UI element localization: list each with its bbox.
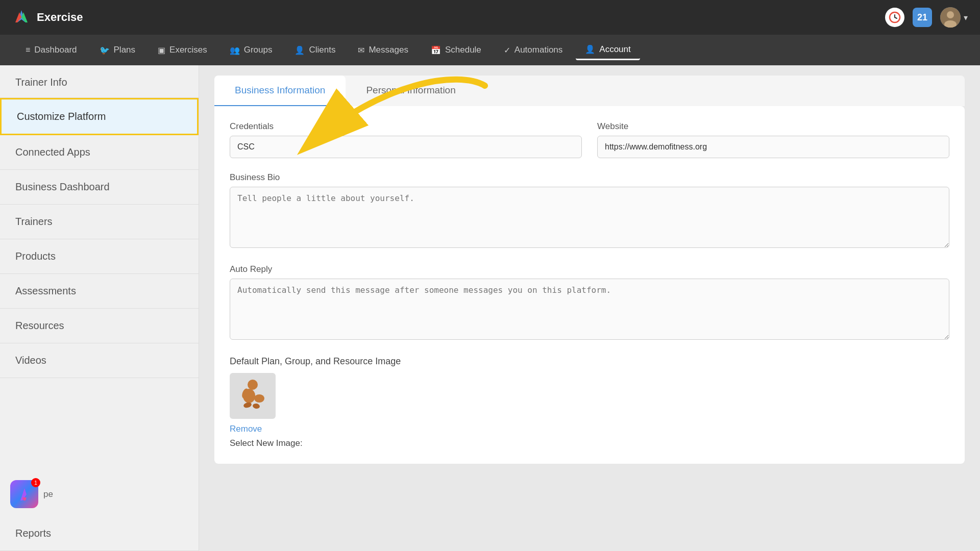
sidebar-item-assessments[interactable]: Assessments: [0, 274, 199, 309]
svg-point-12: [248, 380, 258, 390]
dashboard-icon: ≡: [26, 45, 30, 55]
svg-marker-11: [22, 497, 27, 500]
nav-item-dashboard[interactable]: ≡ Dashboard: [16, 41, 86, 59]
form-panel: Credentials Website Business Bio Auto Re…: [214, 106, 965, 464]
sidebar-item-business-dashboard[interactable]: Business Dashboard: [0, 170, 199, 205]
bio-group: Business Bio: [230, 172, 949, 250]
credentials-input[interactable]: [230, 136, 582, 158]
clients-icon: 👤: [295, 45, 305, 55]
user-avatar-menu[interactable]: ▾: [940, 7, 968, 28]
bio-label: Business Bio: [230, 172, 949, 183]
sidebar-item-products[interactable]: Products: [0, 239, 199, 274]
default-image-section: Default Plan, Group, and Resource Image: [230, 356, 949, 448]
website-label: Website: [597, 121, 949, 132]
app-logo: [12, 8, 31, 27]
remove-image-link[interactable]: Remove: [230, 424, 262, 434]
website-input[interactable]: [597, 136, 949, 158]
avatar: [940, 7, 961, 28]
nav-item-messages[interactable]: ✉ Messages: [349, 41, 417, 59]
navbar: ≡ Dashboard 🐦 Plans ▣ Exercises 👥 Groups…: [0, 35, 980, 65]
nav-item-account[interactable]: 👤 Account: [576, 40, 640, 60]
sidebar-item-trainers[interactable]: Trainers: [0, 205, 199, 239]
auto-reply-textarea[interactable]: [230, 279, 949, 340]
nav-item-automations[interactable]: ✓ Automations: [495, 41, 572, 59]
sidebar-item-connected-apps[interactable]: Connected Apps: [0, 135, 199, 170]
tab-personal-information[interactable]: Personal Information: [346, 76, 476, 106]
credentials-website-row: Credentials Website: [230, 121, 949, 158]
sidebar-item-customize-platform[interactable]: Customize Platform: [0, 98, 199, 135]
clock-icon[interactable]: [885, 8, 904, 27]
tab-business-information[interactable]: Business Information: [214, 76, 346, 106]
content-area: Business Information Personal Informatio…: [199, 65, 980, 551]
bio-textarea[interactable]: [230, 187, 949, 248]
topbar-left: Exercise: [12, 8, 83, 27]
select-new-image-label: Select New Image:: [230, 438, 949, 448]
messages-icon: ✉: [358, 45, 364, 55]
auto-reply-group: Auto Reply: [230, 264, 949, 342]
nav-item-groups[interactable]: 👥 Groups: [220, 41, 282, 59]
topbar: Exercise 21: [0, 0, 980, 35]
website-group: Website: [597, 121, 949, 158]
sidebar-footer-label: pe: [43, 489, 53, 499]
credentials-label: Credentials: [230, 121, 582, 132]
automations-icon: ✓: [504, 45, 510, 55]
nav-item-plans[interactable]: 🐦 Plans: [90, 41, 145, 59]
sidebar-item-videos[interactable]: Videos: [0, 343, 199, 378]
app-title: Exercise: [37, 11, 83, 24]
notification-badge-button[interactable]: 21: [913, 8, 932, 27]
auto-reply-label: Auto Reply: [230, 264, 949, 274]
tab-bar: Business Information Personal Informatio…: [214, 76, 965, 106]
credentials-group: Credentials: [230, 121, 582, 158]
sidebar-item-reports[interactable]: Reports: [0, 516, 199, 551]
svg-point-14: [254, 394, 264, 403]
nav-item-exercises[interactable]: ▣ Exercises: [149, 41, 216, 59]
person-image-icon: [235, 375, 271, 416]
sidebar: Trainer Info Customize Platform Connecte…: [0, 65, 199, 551]
account-icon: 👤: [585, 44, 595, 54]
sidebar-trainer-info[interactable]: Trainer Info: [0, 65, 199, 98]
groups-icon: 👥: [230, 45, 240, 55]
sidebar-container: Trainer Info Customize Platform Connecte…: [0, 65, 199, 551]
exercises-icon: ▣: [158, 45, 165, 55]
nav-item-clients[interactable]: 👤 Clients: [285, 41, 345, 59]
sidebar-bottom-area: 1 pe: [0, 472, 199, 516]
sidebar-item-resources[interactable]: Resources: [0, 309, 199, 343]
chevron-down-icon: ▾: [964, 13, 968, 22]
plans-icon: 🐦: [100, 45, 110, 55]
nav-item-schedule[interactable]: 📅 Schedule: [422, 41, 491, 59]
svg-point-16: [252, 403, 260, 409]
notification-badge: 1: [31, 478, 40, 487]
topbar-right: 21 ▾: [885, 7, 968, 28]
svg-point-7: [947, 11, 954, 18]
schedule-icon: 📅: [431, 45, 441, 55]
default-image-thumbnail: [230, 373, 276, 419]
main-layout: Trainer Info Customize Platform Connecte…: [0, 65, 980, 551]
default-image-label: Default Plan, Group, and Resource Image: [230, 356, 949, 367]
spectrum-icon-wrapper: 1: [10, 480, 38, 508]
